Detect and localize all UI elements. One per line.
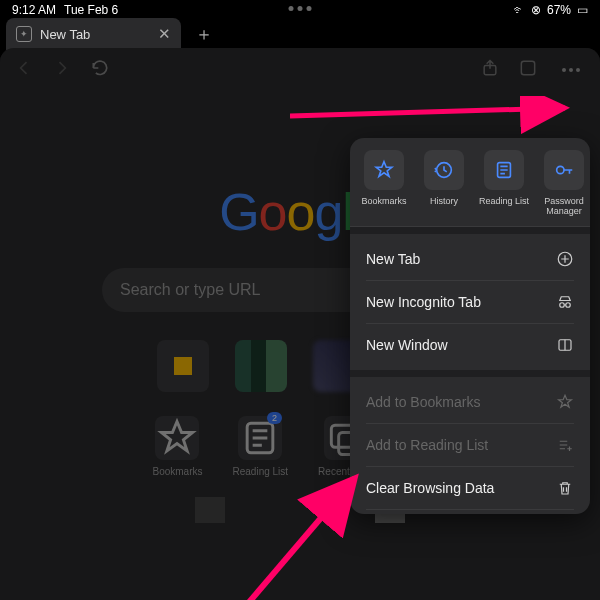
incognito-icon xyxy=(556,293,574,311)
reading-list-icon xyxy=(484,150,524,190)
menu-bookmarks[interactable]: Bookmarks xyxy=(354,150,414,216)
menu-add-reading: Add to Reading List xyxy=(350,424,590,466)
menu-clear-browsing-data[interactable]: Clear Browsing Data xyxy=(350,467,590,509)
battery-percent: 67% xyxy=(547,3,571,17)
multitask-dots[interactable] xyxy=(289,6,312,11)
star-icon xyxy=(364,150,404,190)
orientation-lock-icon: ⊗ xyxy=(531,3,541,17)
menu-password-manager[interactable]: Password Manager xyxy=(534,150,590,216)
wifi-icon: ᯤ xyxy=(513,3,525,17)
svg-point-10 xyxy=(560,303,565,308)
key-icon xyxy=(544,150,584,190)
battery-icon: ▭ xyxy=(577,3,588,17)
status-bar: 9:12 AM Tue Feb 6 ᯤ ⊗ 67% ▭ xyxy=(0,0,600,20)
overflow-menu: Bookmarks History Reading List Password … xyxy=(350,138,590,514)
menu-history[interactable]: History xyxy=(414,150,474,216)
close-icon[interactable]: ✕ xyxy=(158,25,171,43)
menu-reading-list[interactable]: Reading List xyxy=(474,150,534,216)
trash-icon xyxy=(556,479,574,497)
menu-new-tab[interactable]: New Tab xyxy=(350,238,590,280)
history-icon xyxy=(424,150,464,190)
plus-circle-icon xyxy=(556,250,574,268)
globe-icon: ✦ xyxy=(16,26,32,42)
svg-point-8 xyxy=(557,166,564,173)
star-icon xyxy=(556,393,574,411)
menu-add-bookmarks: Add to Bookmarks xyxy=(350,381,590,423)
browser-tab[interactable]: ✦ New Tab ✕ xyxy=(6,18,181,50)
window-icon xyxy=(556,336,574,354)
menu-incognito-tab[interactable]: New Incognito Tab xyxy=(350,281,590,323)
tab-strip: ✦ New Tab ✕ ＋ xyxy=(0,20,600,48)
tab-title: New Tab xyxy=(40,27,90,42)
menu-new-window[interactable]: New Window xyxy=(350,324,590,366)
status-time: 9:12 AM xyxy=(12,3,56,17)
add-reading-icon xyxy=(556,436,574,454)
new-tab-button[interactable]: ＋ xyxy=(195,22,213,46)
status-date: Tue Feb 6 xyxy=(64,3,118,17)
svg-point-11 xyxy=(566,303,571,308)
